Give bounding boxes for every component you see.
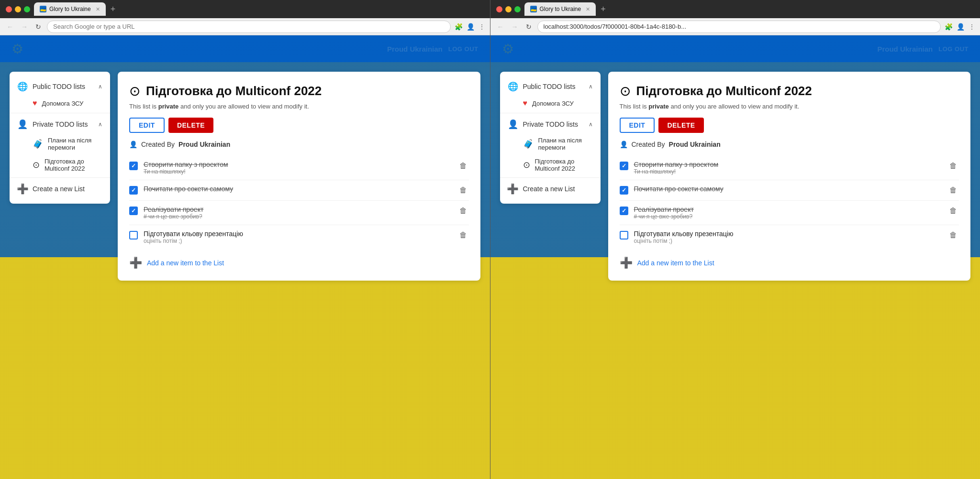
todo-checkbox-2-right[interactable] (620, 207, 628, 215)
divider2-left (10, 177, 110, 178)
edit-button-left[interactable]: EDIT (129, 118, 165, 133)
close-button[interactable] (6, 6, 12, 12)
action-buttons-left: EDIT DELETE (129, 118, 469, 133)
sidebar-private-section-right[interactable]: 👤 Private TODO lists ∧ (500, 115, 601, 133)
address-bar-right: ← → ↻ 🧩 👤 ⋮ (490, 18, 980, 35)
tab-favicon-right (530, 6, 537, 12)
todo-delete-0-left[interactable]: 🗑 (457, 161, 469, 171)
todo-list-left: Створити папку з проектом Ти на півшляху… (129, 156, 469, 249)
todo-subtitle-2-left: # чи я це вже зробив? (144, 213, 452, 220)
add-item-row-right[interactable]: ➕ Add a new item to the List (620, 253, 959, 269)
active-tab-left[interactable]: Glory to Ukraine ✕ (34, 2, 106, 16)
edit-button-right[interactable]: EDIT (620, 118, 655, 133)
luggage-icon-right: 🧳 (523, 139, 534, 149)
address-input-right[interactable] (537, 21, 941, 33)
created-by-prefix-left: Created By (141, 141, 175, 148)
toolbar-icons-left: 🧩 👤 ⋮ (455, 23, 485, 31)
address-input-left[interactable] (47, 21, 451, 33)
extensions-icon-right: 🧩 (945, 23, 953, 31)
created-by-user-right: Proud Ukrainian (669, 141, 721, 148)
todo-delete-3-left[interactable]: 🗑 (457, 230, 469, 240)
todo-delete-1-left[interactable]: 🗑 (457, 185, 469, 196)
plans-label-left: Плани на після перемоги (48, 137, 102, 151)
new-tab-button-left[interactable]: + (108, 4, 119, 14)
menu-icon-right: ⋮ (969, 23, 975, 31)
multiconf-label-left: Підготовка до Multiconf 2022 (45, 158, 102, 172)
multiconf-label-right: Підготовка до Multiconf 2022 (535, 158, 593, 172)
todo-subtitle-2-right: # чи я це вже зробив? (634, 213, 942, 220)
todo-delete-2-right[interactable]: 🗑 (947, 206, 959, 216)
sidebar-multiconf-right[interactable]: ⊙ Підготовка до Multiconf 2022 (500, 154, 601, 175)
public-section-label-right: Public TODO lists (523, 82, 584, 91)
tab-close-right[interactable]: ✕ (586, 6, 590, 12)
globe-icon-right: 🌐 (508, 81, 518, 92)
minimize-button[interactable] (15, 6, 21, 12)
sidebar-dopomoga-left[interactable]: ♥ Допомога ЗСУ (10, 96, 110, 111)
created-by-user-left: Proud Ukrainian (178, 141, 230, 148)
back-button-left[interactable]: ← (5, 22, 15, 32)
sidebar-multiconf-left[interactable]: ⊙ Підготовка до Multiconf 2022 (10, 154, 110, 175)
close-button-right[interactable] (496, 6, 502, 12)
todo-item-1-right: Почитати про сокети самому 🗑 (620, 180, 959, 201)
reload-button-right[interactable]: ↻ (524, 22, 534, 32)
private-chevron-right: ∧ (589, 121, 593, 128)
todo-checkbox-3-left[interactable] (129, 231, 138, 240)
tab-title-right: Glory to Ukraine (540, 6, 581, 12)
todo-text-1-right: Почитати про сокети самому (634, 185, 942, 193)
todo-delete-1-right[interactable]: 🗑 (947, 185, 959, 196)
dopomoga-label-right: Допомога ЗСУ (532, 100, 574, 107)
app-content-right: ⚙ Proud Ukrainian LOG OUT 🌐 Public TODO … (490, 35, 980, 479)
sidebar-private-section-left[interactable]: 👤 Private TODO lists ∧ (10, 115, 110, 133)
todo-delete-0-right[interactable]: 🗑 (947, 161, 959, 171)
sidebar-plans-right[interactable]: 🧳 Плани на після перемоги (500, 133, 601, 154)
todo-checkbox-0-left[interactable] (129, 162, 138, 170)
tab-bar-left: Glory to Ukraine ✕ + (34, 2, 484, 16)
reload-button-left[interactable]: ↻ (33, 22, 43, 32)
sidebar-public-section-left[interactable]: 🌐 Public TODO lists ∧ (10, 77, 110, 96)
todo-checkbox-0-right[interactable] (620, 162, 628, 170)
tab-close-left[interactable]: ✕ (96, 6, 100, 12)
sidebar-create-left[interactable]: ➕ Create a new List (10, 180, 110, 198)
todo-title-1-left: Почитати про сокети самому (144, 185, 452, 193)
forward-button-left[interactable]: → (19, 22, 30, 32)
create-label-left: Create a new List (33, 185, 102, 193)
public-chevron-left: ∧ (98, 83, 102, 90)
active-tab-right[interactable]: Glory to Ukraine ✕ (524, 2, 596, 16)
list-icon-left: ⊙ (129, 83, 140, 99)
todo-text-3-left: Підготувати кльову презентацію оцініть п… (144, 230, 452, 244)
new-tab-button-right[interactable]: + (598, 4, 609, 14)
sidebar-plans-left[interactable]: 🧳 Плани на після перемоги (10, 133, 110, 154)
app-layout-left: 🌐 Public TODO lists ∧ ♥ Допомога ЗСУ 👤 P… (0, 62, 490, 479)
divider2-right (500, 177, 601, 178)
minimize-button-right[interactable] (505, 6, 512, 12)
todo-checkbox-2-left[interactable] (129, 207, 138, 215)
todo-item-2-right: Реалізувати проект # чи я це вже зробив?… (620, 201, 959, 225)
globe-icon-left: 🌐 (17, 81, 28, 92)
private-chevron-left: ∧ (98, 121, 102, 128)
todo-delete-3-right[interactable]: 🗑 (947, 230, 959, 240)
todo-title-3-right: Підготувати кльову презентацію (634, 230, 942, 238)
private-section-label-left: Private TODO lists (33, 120, 93, 129)
todo-item-3-left: Підготувати кльову презентацію оцініть п… (129, 225, 469, 249)
heart-icon-left: ♥ (33, 99, 37, 108)
todo-delete-2-left[interactable]: 🗑 (457, 206, 469, 216)
action-buttons-right: EDIT DELETE (620, 118, 959, 133)
delete-button-right[interactable]: DELETE (658, 118, 703, 133)
todo-checkbox-1-right[interactable] (620, 186, 628, 195)
back-button-right[interactable]: ← (495, 22, 506, 32)
extensions-icon: 🧩 (455, 23, 463, 31)
todo-checkbox-1-left[interactable] (129, 186, 138, 195)
browser-left: Glory to Ukraine ✕ + ← → ↻ 🧩 👤 ⋮ ⚙ (0, 0, 490, 479)
sidebar-public-section-right[interactable]: 🌐 Public TODO lists ∧ (500, 77, 601, 96)
maximize-button[interactable] (24, 6, 30, 12)
delete-button-left[interactable]: DELETE (168, 118, 213, 133)
tab-title-left: Glory to Ukraine (49, 6, 91, 12)
sidebar-dopomoga-right[interactable]: ♥ Допомога ЗСУ (500, 96, 601, 111)
todo-checkbox-3-right[interactable] (620, 231, 628, 240)
sidebar-create-right[interactable]: ➕ Create a new List (500, 180, 601, 198)
forward-button-right[interactable]: → (510, 22, 520, 32)
luggage-icon-left: 🧳 (33, 139, 43, 149)
add-item-row-left[interactable]: ➕ Add a new item to the List (129, 253, 469, 269)
maximize-button-right[interactable] (514, 6, 521, 12)
title-bar-left: Glory to Ukraine ✕ + (0, 0, 490, 18)
